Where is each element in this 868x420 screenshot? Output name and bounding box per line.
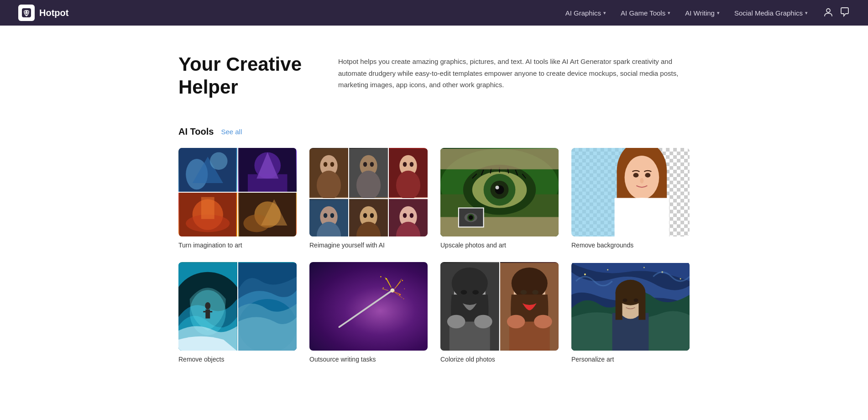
logo[interactable]: Hotpot [18, 5, 68, 21]
chevron-down-icon: ▾ [805, 10, 808, 16]
tool-card-upscale[interactable]: Upscale photos and art [440, 148, 559, 249]
main-content: Your Creative Helper Hotpot helps you cr… [160, 26, 708, 400]
portrait-4 [309, 199, 348, 236]
svg-rect-67 [440, 217, 559, 236]
writing-bg [309, 262, 428, 351]
chat-icon[interactable] [840, 7, 850, 19]
tool-image-personalize [571, 262, 690, 351]
ai-tools-section: AI Tools See all [178, 126, 690, 364]
svg-point-134 [584, 273, 586, 275]
tool-label-remove-bg: Remove backgrounds [571, 242, 633, 249]
bw-photo [440, 262, 499, 351]
hero-right: Hotpot helps you create amazing graphics… [338, 53, 690, 91]
svg-point-138 [643, 267, 645, 268]
svg-point-89 [205, 302, 210, 310]
logo-icon [18, 5, 35, 21]
nav-menu: AI Graphics ▾ AI Game Tools ▾ AI Writing… [559, 5, 814, 21]
svg-point-29 [370, 162, 374, 167]
hero-description: Hotpot helps you create amazing graphics… [338, 56, 690, 91]
svg-point-133 [633, 299, 638, 302]
tool-image-upscale [440, 148, 559, 236]
tool-image-writing [309, 262, 428, 351]
portrait-3 [389, 148, 428, 198]
svg-point-108 [383, 288, 384, 289]
svg-rect-82 [615, 198, 669, 236]
art-image-3 [178, 193, 237, 236]
svg-point-124 [507, 315, 525, 329]
svg-point-38 [324, 213, 328, 218]
tool-card-reimagine-yourself[interactable]: Reimagine yourself with AI [309, 148, 428, 249]
svg-point-107 [403, 299, 404, 299]
tool-label-imagination: Turn imagination to art [178, 242, 242, 249]
nav-item-ai-writing[interactable]: AI Writing ▾ [679, 5, 726, 21]
user-icon[interactable] [823, 7, 833, 19]
art-image-4 [238, 193, 297, 236]
navbar: Hotpot AI Graphics ▾ AI Game Tools ▾ AI … [0, 0, 868, 26]
svg-point-125 [534, 315, 552, 329]
mona-lisa-art [571, 262, 690, 351]
svg-point-1 [25, 11, 26, 13]
chevron-down-icon: ▾ [668, 10, 670, 16]
section-header: AI Tools See all [178, 126, 690, 137]
svg-rect-131 [638, 293, 645, 320]
tool-label-upscale: Upscale photos and art [440, 242, 506, 249]
tool-card-remove-objects[interactable]: Remove objects [178, 262, 297, 363]
tool-card-remove-bg[interactable]: Remove backgrounds [571, 148, 690, 249]
tool-image-reimagine [309, 148, 428, 236]
art-image-1 [178, 148, 237, 192]
surfer-image-1 [178, 262, 237, 351]
svg-rect-90 [205, 310, 210, 319]
art-image-2 [238, 148, 297, 192]
tool-card-outsource-writing[interactable]: Outsource writing tasks [309, 262, 428, 363]
svg-point-48 [403, 213, 407, 218]
tool-label-remove-objects: Remove objects [178, 356, 224, 363]
surfer-image-2 [238, 262, 297, 351]
portrait-6 [389, 199, 428, 236]
svg-point-109 [404, 289, 405, 289]
tool-card-colorize[interactable]: Colorize old photos [440, 262, 559, 363]
svg-point-33 [403, 162, 407, 167]
svg-point-114 [472, 290, 479, 294]
svg-point-23 [324, 162, 328, 167]
nav-icons [823, 7, 850, 19]
svg-point-120 [511, 268, 547, 299]
svg-point-122 [532, 290, 539, 294]
svg-point-104 [402, 280, 403, 281]
svg-point-113 [460, 290, 467, 294]
chevron-down-icon: ▾ [717, 10, 720, 16]
svg-rect-15 [201, 197, 214, 219]
tool-image-remove-objects [178, 262, 297, 351]
svg-point-28 [363, 162, 367, 167]
svg-point-106 [380, 276, 382, 278]
tool-label-personalize: Personalize art [571, 356, 614, 363]
nav-item-ai-graphics[interactable]: AI Graphics ▾ [559, 5, 612, 21]
svg-point-137 [680, 278, 681, 279]
portrait-5 [349, 199, 388, 236]
tool-image-remove-bg [571, 148, 690, 236]
svg-point-83 [633, 173, 638, 178]
nav-item-ai-game-tools[interactable]: AI Game Tools ▾ [614, 5, 677, 21]
tool-card-personalize-art[interactable]: Personalize art [571, 262, 690, 363]
see-all-link[interactable]: See all [221, 128, 242, 136]
hero-left: Your Creative Helper [178, 53, 302, 99]
svg-line-96 [387, 279, 391, 288]
tool-image-colorize [440, 262, 559, 351]
tool-card-imagination-to-art[interactable]: Turn imagination to art [178, 148, 297, 249]
nav-item-social-media[interactable]: Social Media Graphics ▾ [728, 5, 814, 21]
upscale-image-wrapper [440, 148, 559, 236]
svg-point-7 [210, 152, 227, 169]
svg-rect-130 [616, 293, 622, 320]
tool-label-reimagine: Reimagine yourself with AI [309, 242, 385, 249]
svg-point-105 [399, 294, 401, 296]
tool-label-writing: Outsource writing tasks [309, 356, 376, 363]
tool-label-colorize: Colorize old photos [440, 356, 495, 363]
svg-point-24 [330, 162, 335, 167]
svg-point-49 [410, 213, 414, 218]
svg-point-135 [607, 269, 608, 270]
svg-point-44 [370, 213, 374, 218]
svg-point-84 [645, 173, 650, 178]
svg-point-117 [474, 315, 492, 329]
svg-point-3 [826, 9, 830, 12]
svg-point-116 [447, 315, 465, 329]
svg-point-132 [623, 299, 627, 302]
